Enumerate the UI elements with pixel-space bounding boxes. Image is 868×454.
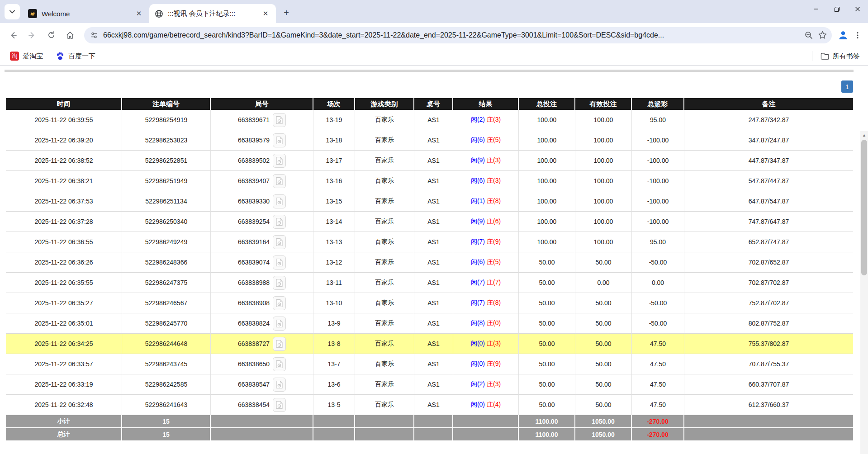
table-row: 2025-11-22 06:36:26 522986248366 6638390… [6,252,853,273]
cell-total-bet-link[interactable]: 50.00 [519,293,575,313]
video-icon[interactable] [273,296,286,310]
new-tab-button[interactable]: + [280,6,293,19]
col-session: 场次 [313,98,355,110]
bookmark-taobao[interactable]: 淘 爱淘宝 [5,49,47,63]
video-icon[interactable] [273,255,286,270]
cell-remark: 702.87/702.87 [684,273,853,293]
close-window-button[interactable] [847,0,868,18]
forward-button[interactable] [24,27,41,44]
total-label: 总计 [6,428,122,441]
cell-session: 13-6 [313,374,355,395]
video-file-icon [275,238,283,246]
table-row: 2025-11-22 06:33:57 522986243745 6638386… [6,354,853,374]
cell-time: 2025-11-22 06:32:48 [6,395,122,415]
cell-round: 663839579 [211,130,313,151]
cell-round: 663838727 [211,334,313,354]
cell-total-bet-link[interactable]: 50.00 [519,374,575,395]
table-row: 2025-11-22 06:35:27 522986246567 6638389… [6,293,853,313]
video-icon[interactable] [273,113,286,127]
vertical-scrollbar[interactable]: ▲ [860,131,868,454]
video-icon[interactable] [273,357,286,371]
bookmark-baidu[interactable]: 百度一下 [51,49,100,63]
video-icon[interactable] [273,317,286,331]
cell-remark: 707.87/755.37 [684,354,853,374]
cell-remark: 747.87/647.87 [684,212,853,232]
close-icon [855,6,860,12]
cell-total-bet-link[interactable]: 100.00 [519,110,575,130]
cell-total-bet-link[interactable]: 50.00 [519,252,575,273]
tab-search-button[interactable] [5,4,20,19]
player-result: 闲(2) [471,116,485,123]
zoom-out-icon[interactable] [804,31,813,40]
video-icon[interactable] [273,378,286,392]
table-row: 2025-11-22 06:32:48 522986241643 6638384… [6,395,853,415]
banker-result: 庄(0) [487,319,501,326]
video-icon[interactable] [273,398,286,412]
video-icon[interactable] [273,215,286,229]
cell-payout: 0.00 [632,273,684,293]
cell-bet-id: 522986251134 [122,191,211,212]
video-icon[interactable] [273,154,286,168]
restore-button[interactable] [826,0,847,18]
video-icon[interactable] [273,235,286,249]
cell-total-bet-link[interactable]: 100.00 [519,130,575,151]
cell-total-bet-link[interactable]: 100.00 [519,151,575,171]
video-icon[interactable] [273,133,286,147]
cell-game-type: 百家乐 [355,293,414,313]
player-result: 闲(0) [471,401,485,408]
tab-close-icon[interactable]: ✕ [261,9,270,18]
cell-payout: -100.00 [632,151,684,171]
cell-table-no: AS1 [414,130,453,151]
pagination-page-1[interactable]: 1 [841,80,853,93]
round-number: 663838727 [238,340,270,347]
cell-remark: 802.87/752.87 [684,313,853,334]
tab-welcome[interactable]: Welcome ✕ [23,4,149,23]
cell-round: 663839164 [211,232,313,252]
video-icon[interactable] [273,194,286,208]
all-bookmarks-button[interactable]: 所有书签 [821,52,863,61]
minimize-button[interactable] [806,0,826,18]
home-button[interactable] [62,27,79,44]
cell-time: 2025-11-22 06:33:19 [6,374,122,395]
cell-valid-bet: 50.00 [575,313,632,334]
cell-total-bet-link[interactable]: 100.00 [519,212,575,232]
table-row: 2025-11-22 06:39:20 522986253823 6638395… [6,130,853,151]
cell-total-bet-link[interactable]: 100.00 [519,232,575,252]
cell-table-no: AS1 [414,374,453,395]
scrollbar-up-arrow[interactable]: ▲ [860,131,868,139]
tab-close-icon[interactable]: ✕ [135,9,143,18]
cell-total-bet-link[interactable]: 50.00 [519,354,575,374]
cell-total-bet-link[interactable]: 50.00 [519,313,575,334]
cell-time: 2025-11-22 06:38:21 [6,171,122,191]
table-row: 2025-11-22 06:34:25 522986244648 6638387… [6,334,853,354]
url-text[interactable]: 66cxkj98.com/game/betrecord_search/kind3… [103,31,800,39]
video-icon[interactable] [273,276,286,290]
cell-bet-id: 522986245770 [122,313,211,334]
cell-time: 2025-11-22 06:35:01 [6,313,122,334]
address-bar[interactable]: 66cxkj98.com/game/betrecord_search/kind3… [84,27,832,43]
col-table-no: 桌号 [414,98,453,110]
cell-total-bet-link[interactable]: 100.00 [519,171,575,191]
video-icon[interactable] [273,174,286,188]
cell-total-bet-link[interactable]: 50.00 [519,334,575,354]
col-remark: 备注 [684,98,853,110]
video-icon[interactable] [273,337,286,351]
profile-avatar-icon[interactable] [837,29,849,41]
cell-remark: 347.87/247.87 [684,130,853,151]
cell-result: 闲(0)庄(4) [453,395,519,415]
bookmark-star-icon[interactable] [818,30,827,40]
cell-bet-id: 522986247375 [122,273,211,293]
scrollbar-thumb[interactable] [861,140,867,275]
cell-game-type: 百家乐 [355,191,414,212]
reload-button[interactable] [43,27,60,44]
bookmark-label: 爱淘宝 [23,52,43,61]
cell-game-type: 百家乐 [355,273,414,293]
table-row: 2025-11-22 06:36:55 522986249249 6638391… [6,232,853,252]
cell-total-bet-link[interactable]: 50.00 [519,395,575,415]
cell-valid-bet: 50.00 [575,334,632,354]
cell-total-bet-link[interactable]: 100.00 [519,191,575,212]
menu-dots-icon[interactable] [854,31,862,39]
back-button[interactable] [5,27,22,44]
tab-bet-record[interactable]: :::视讯 会员下注纪录::: ✕ [149,4,276,23]
cell-total-bet-link[interactable]: 50.00 [519,273,575,293]
